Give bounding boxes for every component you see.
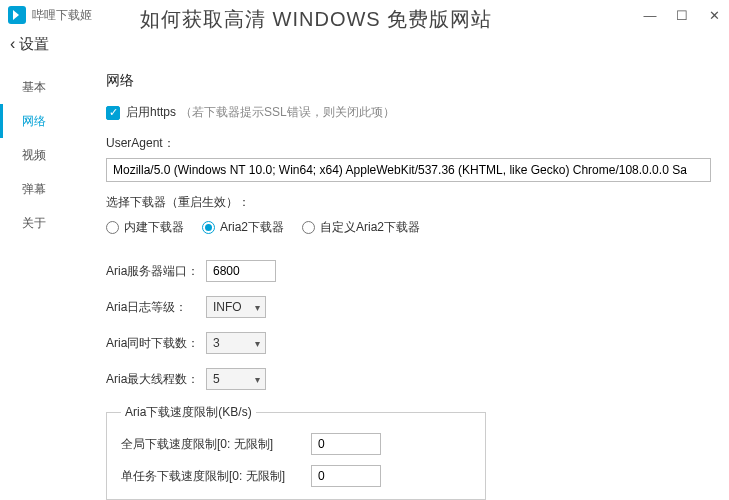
global-limit-label: 全局下载速度限制[0: 无限制] xyxy=(121,436,311,453)
close-button[interactable]: ✕ xyxy=(707,8,721,23)
https-label: 启用https xyxy=(126,104,176,121)
overlay-title: 如何获取高清 WINDOWS 免费版网站 xyxy=(140,6,492,33)
aria-threads-label: Aria最大线程数： xyxy=(106,371,206,388)
https-checkbox[interactable]: ✓ xyxy=(106,106,120,120)
speed-limit-fieldset: Aria下载速度限制(KB/s) 全局下载速度限制[0: 无限制] 单任务下载速… xyxy=(106,404,486,500)
sidebar: 基本 网络 视频 弹幕 关于 xyxy=(0,58,100,500)
chevron-left-icon: ‹ xyxy=(10,35,15,53)
sidebar-item-video[interactable]: 视频 xyxy=(0,138,100,172)
radio-builtin[interactable]: 内建下载器 xyxy=(106,219,184,236)
radio-custom-aria2[interactable]: 自定义Aria2下载器 xyxy=(302,219,420,236)
aria-concurrent-label: Aria同时下载数： xyxy=(106,335,206,352)
aria-log-select[interactable]: INFO xyxy=(206,296,266,318)
aria-port-input[interactable] xyxy=(206,260,276,282)
single-limit-label: 单任务下载速度限制[0: 无限制] xyxy=(121,468,311,485)
minimize-button[interactable]: — xyxy=(643,8,657,23)
maximize-button[interactable]: ☐ xyxy=(675,8,689,23)
speed-limit-legend: Aria下载速度限制(KB/s) xyxy=(121,404,256,421)
app-title: 哔哩下载姬 xyxy=(32,7,92,24)
aria-log-label: Aria日志等级： xyxy=(106,299,206,316)
aria-port-label: Aria服务器端口： xyxy=(106,263,206,280)
https-hint: （若下载器提示SSL错误，则关闭此项） xyxy=(180,104,395,121)
downloader-label: 选择下载器（重启生效）： xyxy=(106,194,711,211)
single-limit-input[interactable] xyxy=(311,465,381,487)
aria-threads-select[interactable]: 5 xyxy=(206,368,266,390)
sidebar-item-network[interactable]: 网络 xyxy=(0,104,100,138)
section-title: 网络 xyxy=(106,72,711,90)
global-limit-input[interactable] xyxy=(311,433,381,455)
useragent-input[interactable] xyxy=(106,158,711,182)
sidebar-item-basic[interactable]: 基本 xyxy=(0,70,100,104)
back-label: 设置 xyxy=(19,35,49,54)
useragent-label: UserAgent： xyxy=(106,135,711,152)
app-icon xyxy=(8,6,26,24)
main-panel: 网络 ✓ 启用https （若下载器提示SSL错误，则关闭此项） UserAge… xyxy=(100,58,729,500)
aria-concurrent-select[interactable]: 3 xyxy=(206,332,266,354)
sidebar-item-danmaku[interactable]: 弹幕 xyxy=(0,172,100,206)
radio-aria2[interactable]: Aria2下载器 xyxy=(202,219,284,236)
back-button[interactable]: ‹ 设置 xyxy=(0,30,729,58)
sidebar-item-about[interactable]: 关于 xyxy=(0,206,100,240)
